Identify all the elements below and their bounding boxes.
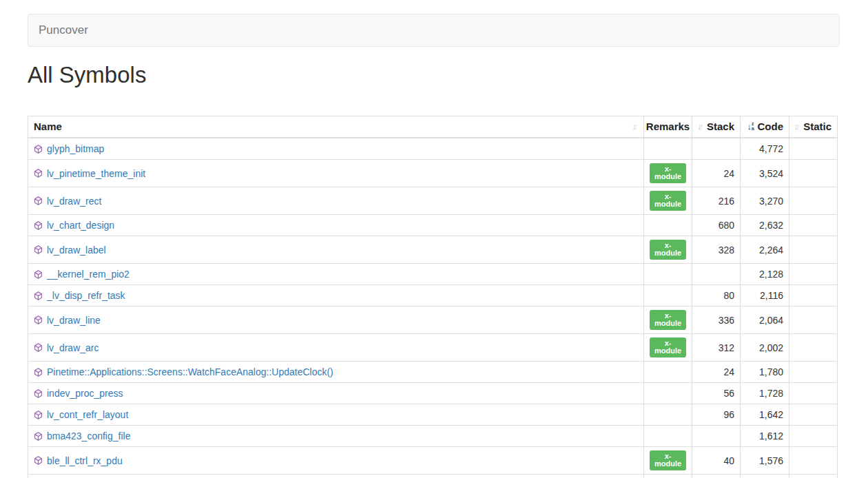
remarks-cell: x-module <box>644 236 692 264</box>
cube-icon <box>34 389 43 398</box>
cube-icon <box>34 343 43 352</box>
column-header-stack[interactable]: ↓↑ Stack <box>692 116 741 138</box>
symbol-name-cell: _lv_disp_refr_task <box>28 285 644 306</box>
table-row: indev_proc_press 56 1,728 <box>28 383 838 404</box>
symbol-name-cell: Pinetime::Applications::Screens::WatchFa… <box>28 362 644 383</box>
cube-icon <box>34 221 43 230</box>
symbol-link[interactable]: bma423_config_file <box>47 429 130 443</box>
code-cell: 1,780 <box>741 362 789 383</box>
stack-cell: 24 <box>692 160 741 187</box>
column-header-code[interactable]: ↓za Code <box>741 116 789 138</box>
navbar-brand-link[interactable]: Puncover <box>28 14 99 47</box>
table-row: Pinetime::Applications::Screens::WatchFa… <box>28 362 838 383</box>
symbol-name-cell: ble_ll_ctrl_rx_pdu <box>28 447 644 475</box>
symbol-link[interactable]: lv_pinetime_theme_init <box>47 167 145 180</box>
symbol-link[interactable]: glyph_bitmap <box>47 142 104 156</box>
symbol-link[interactable]: ble_ll_ctrl_rx_pdu <box>47 454 123 468</box>
symbol-name-cell: glyph_bitmap <box>28 138 644 160</box>
symbol-link[interactable]: __kernel_rem_pio2 <box>47 267 130 281</box>
table-row: ble_ll_ctrl_rx_pdu x-module 40 1,576 <box>28 447 838 475</box>
column-header-remarks[interactable]: Remarks <box>644 116 692 138</box>
cube-icon <box>34 291 43 300</box>
x-module-badge: x-module <box>650 163 686 183</box>
table-row: glyph_bitmap 4,772 <box>28 138 838 160</box>
table-row: lv_chart_design 680 2,632 <box>28 215 838 236</box>
static-cell <box>789 138 838 160</box>
symbol-name-cell: indev_proc_press <box>28 383 644 404</box>
cube-icon <box>34 169 43 178</box>
code-cell: 2,116 <box>741 285 789 306</box>
remarks-cell <box>644 215 692 236</box>
sort-arrows-icon: ↓↑ <box>697 120 703 134</box>
symbol-name-cell: __kernel_rem_pio2 <box>28 264 644 285</box>
remarks-cell: x-module <box>644 447 692 475</box>
symbol-name-cell: lv_bar_design <box>28 475 644 478</box>
table-row: __kernel_rem_pio2 2,128 <box>28 264 838 285</box>
static-cell <box>789 426 838 447</box>
symbol-link[interactable]: lv_draw_label <box>47 243 106 257</box>
cube-icon <box>34 315 43 324</box>
remarks-cell <box>644 475 692 478</box>
remarks-cell <box>644 404 692 426</box>
column-header-name[interactable]: Name ↓↑ <box>28 116 644 138</box>
x-module-badge: x-module <box>650 240 686 260</box>
cube-icon <box>34 456 43 465</box>
symbol-link[interactable]: indev_proc_press <box>47 386 123 400</box>
stack-cell: 336 <box>692 306 741 334</box>
symbol-name-cell: lv_draw_rect <box>28 187 644 215</box>
symbol-link[interactable]: lv_cont_refr_layout <box>47 408 128 422</box>
table-row: bma423_config_file 1,612 <box>28 426 838 447</box>
page-title: All Symbols <box>28 62 840 88</box>
code-cell: 1,480 <box>741 475 789 478</box>
static-cell <box>789 236 838 264</box>
code-cell: 1,612 <box>741 426 789 447</box>
code-cell: 1,576 <box>741 447 789 475</box>
static-cell <box>789 334 838 362</box>
column-label-static: Static <box>803 120 831 134</box>
symbol-link[interactable]: _lv_disp_refr_task <box>47 289 125 302</box>
symbol-link[interactable]: lv_draw_rect <box>47 194 101 208</box>
code-cell: 1,728 <box>741 383 789 404</box>
static-cell <box>789 187 838 215</box>
stack-cell: 96 <box>692 404 741 426</box>
stack-cell: 56 <box>692 383 741 404</box>
code-cell: 2,064 <box>741 306 789 334</box>
stack-cell: 248 <box>692 475 741 478</box>
x-module-badge: x-module <box>650 310 686 330</box>
x-module-badge: x-module <box>650 450 686 470</box>
cube-icon <box>34 432 43 441</box>
static-cell <box>789 404 838 426</box>
symbol-link[interactable]: lv_chart_design <box>47 218 114 232</box>
static-cell <box>789 475 838 478</box>
code-cell: 2,632 <box>741 215 789 236</box>
cube-icon <box>34 245 43 254</box>
stack-cell: 24 <box>692 362 741 383</box>
symbol-name-cell: lv_pinetime_theme_init <box>28 160 644 187</box>
remarks-cell <box>644 138 692 160</box>
static-cell <box>789 447 838 475</box>
table-row: lv_draw_line x-module 336 2,064 <box>28 306 838 334</box>
symbol-link[interactable]: lv_draw_line <box>47 313 101 327</box>
symbol-link[interactable]: lv_draw_arc <box>47 341 99 355</box>
remarks-cell <box>644 362 692 383</box>
stack-cell: 312 <box>692 334 741 362</box>
static-cell <box>789 383 838 404</box>
stack-cell: 216 <box>692 187 741 215</box>
symbol-name-cell: lv_draw_arc <box>28 334 644 362</box>
stack-cell: 40 <box>692 447 741 475</box>
cube-icon <box>34 270 43 279</box>
code-cell: 2,128 <box>741 264 789 285</box>
column-header-static[interactable]: ↓↑ Static <box>789 116 838 138</box>
static-cell <box>789 264 838 285</box>
static-cell <box>789 362 838 383</box>
cube-icon <box>34 368 43 377</box>
symbol-link[interactable]: Pinetime::Applications::Screens::WatchFa… <box>47 365 333 379</box>
navbar: Puncover <box>28 14 840 47</box>
table-row: lv_draw_rect x-module 216 3,270 <box>28 187 838 215</box>
remarks-cell: x-module <box>644 334 692 362</box>
table-row: _lv_disp_refr_task 80 2,116 <box>28 285 838 306</box>
static-cell <box>789 285 838 306</box>
static-cell <box>789 306 838 334</box>
cube-icon <box>34 196 43 205</box>
stack-cell <box>692 138 741 160</box>
